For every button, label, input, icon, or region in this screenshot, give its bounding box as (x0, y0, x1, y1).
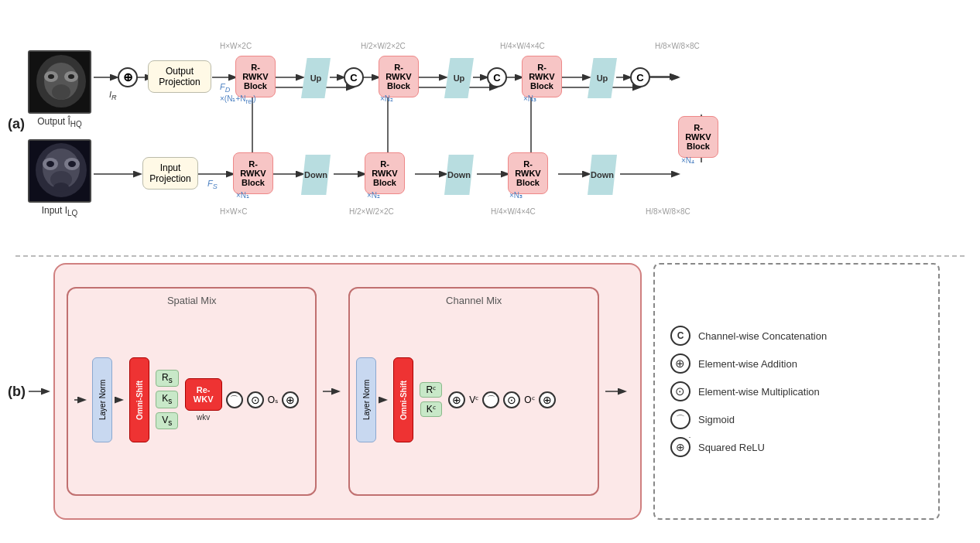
spatial-sigmoid-circle: ⌒ (226, 391, 243, 408)
channel-mix-section: Channel Mix Layer Norm (348, 287, 599, 496)
v-c-label: Vᶜ (469, 394, 478, 405)
c3-to-rwkv4-arrow (649, 67, 680, 80)
addition-symbol: ⊕ (670, 353, 690, 374)
output-arrow-b (605, 384, 629, 399)
ch-ln-to-omni-arrow (380, 392, 389, 408)
i-r-label: IR (109, 90, 117, 101)
concatenation-symbol: C (670, 326, 690, 346)
svg-point-43 (68, 161, 76, 167)
n2-encoder-label: ×N₂ (367, 191, 380, 200)
output-projection-box: Output Projection (148, 60, 211, 93)
dim-label-bot-3: H/4×W/4×4C (491, 207, 536, 216)
spatial-layer-norm: Layer Norm (92, 357, 112, 442)
dim-label-top-2: H/2×W/2×2C (361, 42, 406, 50)
channel-output-add-circle: ⊕ (539, 391, 556, 408)
decoder-up-2: Up (444, 58, 474, 98)
decoder-concat-circle-3: C (630, 67, 650, 87)
fs-label: FS (207, 179, 218, 190)
wkv-label: wkv (197, 413, 210, 422)
part-b-label: (b) (8, 263, 26, 520)
dim-label-bot-1: H×W×C (220, 207, 248, 216)
decoder-rwkv-block-1: R-RWKVBlock (235, 56, 276, 97)
n3-decoder-label: ×N₃ (523, 94, 536, 103)
svg-point-42 (46, 161, 54, 167)
n2-decoder-label: ×N₂ (380, 94, 393, 103)
dim-label-top-3: H/4×W/4×4C (500, 42, 545, 50)
encoder-rwkv-block-1: R-RWKVBlock (233, 152, 273, 194)
decoder-up-1: Up (301, 58, 331, 98)
between-mix-arrow (323, 384, 342, 399)
squared-relu-symbol: ⊕ ̂ (670, 437, 690, 457)
o-s-label: Oₛ (268, 394, 278, 405)
ln-to-omni-arrow (116, 392, 125, 408)
spatial-add-circle: ⊕ (282, 391, 299, 408)
r-c-box: Rᶜ (420, 382, 442, 398)
input-projection-box: Input Projection (142, 157, 198, 190)
decoder-rwkv-block-2: R-RWKVBlock (379, 56, 419, 97)
sigmoid-symbol: ⌒ (670, 409, 690, 429)
svg-point-45 (53, 183, 69, 192)
output-image-label: Output ÎHQ (37, 116, 82, 128)
decoder-rwkv-block-4: R-RWKVBlock (678, 116, 718, 158)
svg-point-34 (68, 74, 74, 79)
dim-label-bot-2: H/2×W/2×2C (349, 207, 394, 216)
fd-label: FD (220, 82, 230, 94)
k-s-box: Ks (156, 391, 178, 408)
legend-item-squared-relu: ⊕ ̂ Squared ReLU (670, 437, 923, 457)
block-diagram-container: Spatial Mix Layer Norm (53, 263, 642, 520)
channel-mix-title: Channel Mix (446, 295, 502, 306)
channel-omni-shift: Omni-Shift (393, 357, 413, 442)
r-s-box: Rs (156, 370, 179, 387)
decoder-concat-circle-2: C (487, 67, 507, 87)
encoder-rwkv-block-3: R-RWKVBlock (508, 152, 548, 194)
n1-encoder-label: ×N₁ (236, 191, 249, 200)
legend-item-addition: ⊕ Element-wise Addition (670, 353, 923, 374)
legend-item-concatenation: C Channel-wise Concatenation (670, 326, 923, 346)
output-mri-image (28, 50, 91, 114)
channel-layer-norm: Layer Norm (356, 357, 376, 442)
svg-point-35 (52, 84, 70, 100)
dim-label-top-4: H/8×W/8×8C (655, 42, 700, 50)
spatial-dot-circle: ⊙ (247, 391, 264, 408)
svg-point-33 (48, 74, 54, 79)
encoder-down-3: Down (588, 155, 617, 195)
n4-label: ×N₄ (681, 156, 694, 165)
input-image-label: Input ILQ (42, 205, 78, 217)
input-image-wrapper: Input ILQ (28, 139, 91, 217)
spatial-mix-section: Spatial Mix Layer Norm (67, 287, 317, 496)
decoder-up-3: Up (588, 58, 617, 98)
channel-sigmoid-circle: ⌒ (482, 391, 499, 408)
dim-label-top-1: H×W×2C (220, 42, 252, 50)
re-wkv-box: Re-WKV (185, 378, 222, 411)
decoder-concat-circle-1: C (344, 67, 364, 87)
legend-item-sigmoid: ⌒ Sigmoid (670, 409, 923, 429)
spatial-mix-title: Spatial Mix (167, 295, 217, 306)
encoder-down-1: Down (301, 155, 331, 195)
decoder-rwkv-block-3: R-RWKVBlock (522, 56, 562, 97)
v-s-box: Vs (156, 412, 178, 429)
n1-ref-label: ×(N₁+Nref) (220, 94, 256, 105)
output-image-wrapper: Output ÎHQ (28, 50, 91, 128)
spatial-omni-shift: Omni-Shift (129, 357, 149, 442)
input-mri-image (28, 139, 91, 203)
n3-encoder-label: ×N₃ (509, 191, 523, 200)
part-a-label: (a) (8, 8, 25, 255)
o-c-label: Oᶜ (524, 394, 534, 405)
dim-label-bot-4: H/8×W/8×8C (646, 207, 690, 216)
encoder-rwkv-block-2: R-RWKVBlock (365, 152, 405, 194)
channel-dot-circle: ⊙ (503, 391, 520, 408)
spatial-input-arrow (74, 392, 88, 408)
channel-add-circle: ⊕ (448, 391, 465, 408)
decoder-sum-circle: ⊕ (118, 67, 138, 87)
legend-box: C Channel-wise Concatenation ⊕ Element-w… (653, 263, 940, 520)
k-c-box: Kᶜ (420, 401, 442, 417)
multiplication-symbol: ⊙ (670, 381, 690, 401)
legend-item-multiplication: ⊙ Element-wise Multiplication (670, 381, 923, 401)
input-arrow-b (29, 384, 52, 399)
encoder-down-2: Down (444, 155, 474, 195)
